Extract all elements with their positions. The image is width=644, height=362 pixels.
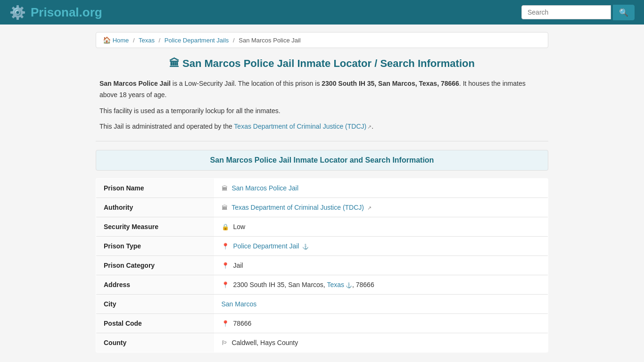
logo-text-ext: .org — [79, 5, 102, 19]
table-value-prison-name: 🏛 San Marcos Police Jail — [214, 179, 548, 198]
tdcj-link[interactable]: Texas Department of Criminal Justice (TD… — [234, 123, 366, 130]
breadcrumb-sep-3: / — [233, 37, 235, 44]
table-label-prison-category: Prison Category — [96, 256, 214, 275]
section-title-text: San Marcos Police Jail Inmate Locator an… — [210, 156, 434, 164]
logo-text: Prisonal.org — [31, 5, 102, 20]
table-row: Prison Name 🏛 San Marcos Police Jail — [96, 179, 548, 198]
table-value-address: 📍 2300 South IH 35, San Marcos, Texas⚓, … — [214, 275, 548, 295]
prison-name-icon: 🏛 — [222, 185, 228, 192]
address-bold: 2300 South IH 35, San Marcos, Texas, 786… — [322, 80, 459, 87]
table-row: County 🏳 Caldwell, Hays County — [96, 333, 548, 353]
security-value: Low — [233, 223, 245, 230]
table-row: Prison Type 📍 Police Department Jail ⚓ — [96, 237, 548, 256]
authority-link[interactable]: Texas Department of Criminal Justice (TD… — [231, 204, 364, 211]
address-icon: 📍 — [222, 281, 229, 288]
table-label-county: County — [96, 333, 214, 353]
table-label-prison-name: Prison Name — [96, 179, 214, 198]
breadcrumb-sep-1: / — [133, 37, 135, 44]
table-value-city: San Marcos — [214, 295, 548, 314]
table-label-security: Security Measure — [96, 217, 214, 237]
address-state-link[interactable]: Texas — [327, 281, 344, 288]
city-link[interactable]: San Marcos — [222, 300, 257, 308]
section-title-bar: San Marcos Police Jail Inmate Locator an… — [96, 150, 548, 171]
site-header: ⚙️ Prisonal.org 🔍 — [0, 0, 644, 25]
description-paragraph-3: This Jail is administrated and operated … — [99, 121, 545, 132]
prison-category-icon: 📍 — [222, 262, 229, 269]
table-value-security: 🔒 Low — [214, 217, 548, 237]
table-label-prison-type: Prison Type — [96, 237, 214, 256]
address-zip: , 78666 — [352, 281, 374, 288]
security-icon: 🔒 — [222, 223, 229, 230]
prison-name-bold: San Marcos Police Jail — [99, 80, 171, 87]
breadcrumb-current: San Marcos Police Jail — [239, 37, 301, 44]
prison-name-link[interactable]: San Marcos Police Jail — [231, 184, 298, 192]
county-icon: 🏳 — [222, 339, 228, 346]
page-title: 🏛San Marcos Police Jail Inmate Locator /… — [96, 58, 548, 70]
description-section: San Marcos Police Jail is a Low-Security… — [96, 78, 548, 132]
search-button[interactable]: 🔍 — [613, 5, 635, 20]
main-container: 🏠 Home / Texas / Police Department Jails… — [96, 25, 548, 360]
table-row: Authority 🏛 Texas Department of Criminal… — [96, 198, 548, 217]
desc-3-suffix: . — [372, 123, 373, 130]
table-value-county: 🏳 Caldwell, Hays County — [214, 333, 548, 353]
logo-text-main: Prisonal — [31, 5, 79, 19]
table-row: City San Marcos — [96, 295, 548, 314]
table-value-prison-category: 📍 Jail — [214, 256, 548, 275]
authority-icon: 🏛 — [222, 204, 228, 211]
prison-category-value: Jail — [233, 262, 243, 269]
prison-type-icon: 📍 — [222, 243, 229, 250]
desc-1-prefix: is a Low-Security Jail. The location of … — [171, 80, 322, 87]
table-label-address: Address — [96, 275, 214, 295]
divider — [96, 141, 548, 141]
table-value-postal: 📍 78666 — [214, 314, 548, 333]
table-row: Prison Category 📍 Jail — [96, 256, 548, 275]
table-label-authority: Authority — [96, 198, 214, 217]
table-label-postal: Postal Code — [96, 314, 214, 333]
breadcrumb-home-link[interactable]: Home — [113, 37, 129, 44]
logo: ⚙️ Prisonal.org — [9, 5, 102, 20]
table-row: Security Measure 🔒 Low — [96, 217, 548, 237]
title-icon: 🏛 — [169, 58, 180, 69]
home-icon: 🏠 — [103, 36, 111, 44]
breadcrumb-sep-2: / — [159, 37, 161, 44]
address-street: 2300 South IH 35, San Marcos, — [233, 281, 327, 288]
authority-ext-icon: ↗ — [367, 205, 372, 211]
breadcrumb: 🏠 Home / Texas / Police Department Jails… — [96, 32, 548, 48]
postal-icon: 📍 — [222, 320, 229, 327]
table-row: Postal Code 📍 78666 — [96, 314, 548, 333]
breadcrumb-police-jails-link[interactable]: Police Department Jails — [165, 37, 229, 44]
external-icon: ↗ — [367, 124, 372, 130]
address-anchor-icon: ⚓ — [346, 282, 352, 288]
desc-3-prefix: This Jail is administrated and operated … — [99, 123, 234, 130]
info-table: Prison Name 🏛 San Marcos Police Jail Aut… — [96, 178, 548, 353]
county-value: Caldwell, Hays County — [231, 339, 298, 346]
prison-type-anchor-icon: ⚓ — [302, 244, 309, 249]
description-paragraph-2: This facility is used as a temporarily l… — [99, 106, 545, 117]
description-paragraph-1: San Marcos Police Jail is a Low-Security… — [99, 78, 545, 101]
table-row: Address 📍 2300 South IH 35, San Marcos, … — [96, 275, 548, 295]
logo-icon: ⚙️ — [9, 5, 26, 20]
breadcrumb-texas-link[interactable]: Texas — [139, 37, 155, 44]
table-value-authority: 🏛 Texas Department of Criminal Justice (… — [214, 198, 548, 217]
table-value-prison-type: 📍 Police Department Jail ⚓ — [214, 237, 548, 256]
prison-type-link[interactable]: Police Department Jail — [233, 242, 299, 250]
postal-value: 78666 — [233, 320, 251, 327]
search-area: 🔍 — [521, 5, 635, 20]
search-input[interactable] — [521, 5, 611, 19]
table-label-city: City — [96, 295, 214, 314]
